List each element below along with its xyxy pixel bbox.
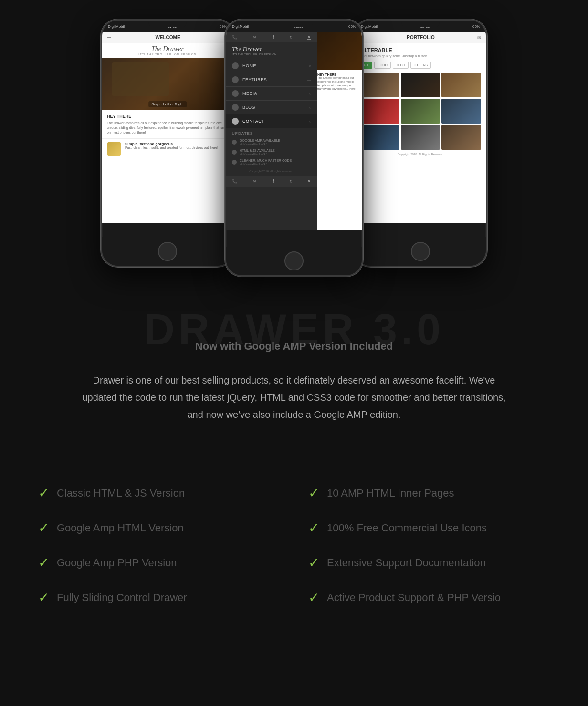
feature-text-2: 10 AMP HTML Inner Pages <box>327 487 454 499</box>
nav-arrow-contact: ○ <box>309 119 311 124</box>
gallery-item-5[interactable] <box>401 99 441 124</box>
p2-hero <box>315 32 362 70</box>
p1-hero <box>102 58 233 110</box>
card-title-1: Simple, fast and gorgeous <box>125 142 218 146</box>
update-1: GOOGLE AMP AVAILABLE 06 DECEMBER 2017 <box>226 137 317 147</box>
p2-right-panel: HEY THERE The Drawer combines all our ex… <box>314 32 362 230</box>
gallery-item-8[interactable] <box>401 125 441 150</box>
status-bar-1: Digi.Mobil 01:59 69% <box>102 21 233 32</box>
update-title-1: GOOGLE AMP AVAILABLE <box>240 139 280 142</box>
nav-contact[interactable]: CONTACT ○ <box>226 114 317 128</box>
filter-food[interactable]: FOOD <box>374 62 390 69</box>
feature-text-6: Extensive Support Documentation <box>327 557 486 569</box>
update-title-2: HTML & JS AVAILABLE <box>240 149 275 152</box>
time-1: 01:59 <box>168 24 177 29</box>
gallery-item-9[interactable] <box>441 125 481 150</box>
home-button-1[interactable] <box>158 242 177 261</box>
screen-2: 📞 ✉ f t ✕ The Drawer IT'S THE TROLLER, O… <box>226 32 362 230</box>
close-icon-bottom[interactable]: ✕ <box>307 179 311 184</box>
p1-hey-there: HEY THERE <box>107 114 228 119</box>
nav-dot-media <box>232 90 239 97</box>
feature-1: ✓ Classic HTML & JS Version <box>38 480 280 506</box>
update-date-2: 06 DECEMBER 2017 <box>240 152 275 155</box>
nav-features[interactable]: FEATURES — <box>226 73 317 87</box>
feature-text-3: Google Amp HTML Version <box>57 522 184 534</box>
text-section: DRAWER 3.0 Now with Google AMP Version I… <box>0 286 588 480</box>
check-icon-7: ✓ <box>38 590 49 605</box>
p2-right-content: HEY THERE The Drawer combines all our ex… <box>315 70 362 94</box>
twitter-icon-bottom[interactable]: t <box>290 179 292 184</box>
feature-3: ✓ Google Amp HTML Version <box>38 515 280 540</box>
subtitle-amp: Now with Google AMP Version Included <box>48 340 540 353</box>
phone-icon-bottom[interactable]: 📞 <box>232 179 237 184</box>
p2-right-text: The Drawer combines all our experience i… <box>317 76 359 91</box>
nav-label-features: FEATURES <box>242 77 267 82</box>
phones-section: Digi.Mobil 01:59 69% ☰ WELCOME ✉ The Dra… <box>0 0 588 286</box>
check-icon-8: ✓ <box>308 590 319 605</box>
mail-icon-3[interactable]: ✉ <box>477 35 481 40</box>
nav-label-contact: CONTACT <box>242 119 264 124</box>
p3-title: PORTFOLIO <box>364 35 477 40</box>
check-icon-4: ✓ <box>308 520 319 536</box>
home-button-3[interactable] <box>411 242 430 261</box>
fb-icon[interactable]: f <box>273 35 274 40</box>
update-icon-3 <box>232 160 237 165</box>
carrier-3: Digi.Mobil <box>361 24 378 29</box>
home-button-2[interactable] <box>284 251 304 270</box>
update-2: HTML & JS AVAILABLE 06 DECEMBER 2017 <box>226 147 317 157</box>
gallery-item-1[interactable] <box>360 73 399 97</box>
nav-media[interactable]: MEDIA ○ <box>226 87 317 101</box>
feature-5: ✓ Google Amp PHP Version <box>38 550 280 575</box>
feature-8: ✓ Active Product Support & PHP Versio <box>308 585 550 610</box>
nav-arrow-media: ○ <box>309 92 311 96</box>
p2-brand-title: The Drawer <box>232 45 311 53</box>
p2-top-icons: 📞 ✉ f t ✕ <box>226 32 317 42</box>
screen-3: ☰ PORTFOLIO ✉ FILTERABLE Filter between … <box>355 32 486 223</box>
gallery-item-2[interactable] <box>401 73 441 97</box>
update-title-3: CLEANER, MUCH FASTER CODE <box>240 159 292 162</box>
filter-tech[interactable]: TECH <box>393 62 409 69</box>
hamburger-icon-2[interactable]: ☰ <box>307 38 311 43</box>
gallery-item-3[interactable] <box>441 73 481 97</box>
phone-left: Digi.Mobil 01:59 69% ☰ WELCOME ✉ The Dra… <box>101 19 234 267</box>
battery-3: 65% <box>472 24 480 29</box>
mail-icon-2[interactable]: ✉ <box>253 35 257 40</box>
nav-arrow-blog: ○ <box>309 105 311 110</box>
nav-dot-contact <box>232 118 239 125</box>
p1-header: ☰ WELCOME ✉ <box>102 32 233 43</box>
brand-title-1: The Drawer <box>104 45 231 53</box>
gallery-item-4[interactable] <box>360 99 399 124</box>
mail-icon-bottom[interactable]: ✉ <box>253 179 257 184</box>
gallery-item-7[interactable] <box>360 125 399 150</box>
update-icon-1 <box>232 140 237 145</box>
check-icon-5: ✓ <box>38 555 49 571</box>
phone-bottom-2 <box>226 247 362 275</box>
nav-home[interactable]: HOME ○ <box>226 59 317 73</box>
phone-icon-2[interactable]: 📞 <box>232 35 237 40</box>
p3-filter-desc: Filter between gallery items. Just tap a… <box>360 54 481 58</box>
p2-copyright: Copyright 2016. All rights reserved. <box>226 167 317 176</box>
update-date-1: 06 DECEMBER 2017 <box>240 142 280 145</box>
check-icon-2: ✓ <box>308 485 319 501</box>
phone-bottom-1 <box>102 237 233 266</box>
nav-blog[interactable]: BLOG ○ <box>226 101 317 114</box>
feature-text-7: Fully Sliding Control Drawer <box>57 592 187 604</box>
feature-2: ✓ 10 AMP HTML Inner Pages <box>308 480 550 506</box>
time-2: 02:09 <box>294 24 304 29</box>
p2-logo: The Drawer IT'S THE TROLLER, ON EPSILON <box>226 42 317 59</box>
p2-bottom-icons: 📞 ✉ f t ✕ <box>226 176 317 187</box>
features-section: ✓ Classic HTML & JS Version ✓ 10 AMP HTM… <box>0 480 588 639</box>
filter-others[interactable]: OTHERS <box>410 62 431 69</box>
phone-right: Digi.Mobil 02:10 65% ☰ PORTFOLIO ✉ FILTE… <box>354 19 487 267</box>
twitter-icon[interactable]: t <box>290 35 292 40</box>
p2-brand-sub: IT'S THE TROLLER, ON EPSILON <box>232 53 311 56</box>
feature-text-1: Classic HTML & JS Version <box>57 487 185 499</box>
fb-icon-bottom[interactable]: f <box>273 179 274 184</box>
p3-content: FILTERABLE Filter between gallery items.… <box>355 43 486 162</box>
status-bar-3: Digi.Mobil 02:10 65% <box>355 21 486 32</box>
hamburger-icon-1[interactable]: ☰ <box>107 35 111 40</box>
feature-text-4: 100% Free Commercial Use Icons <box>327 522 487 534</box>
screen-1: ☰ WELCOME ✉ The Drawer IT'S THE TROLLER,… <box>102 32 233 223</box>
gallery-item-6[interactable] <box>441 99 481 124</box>
card-icon-1 <box>107 142 121 156</box>
